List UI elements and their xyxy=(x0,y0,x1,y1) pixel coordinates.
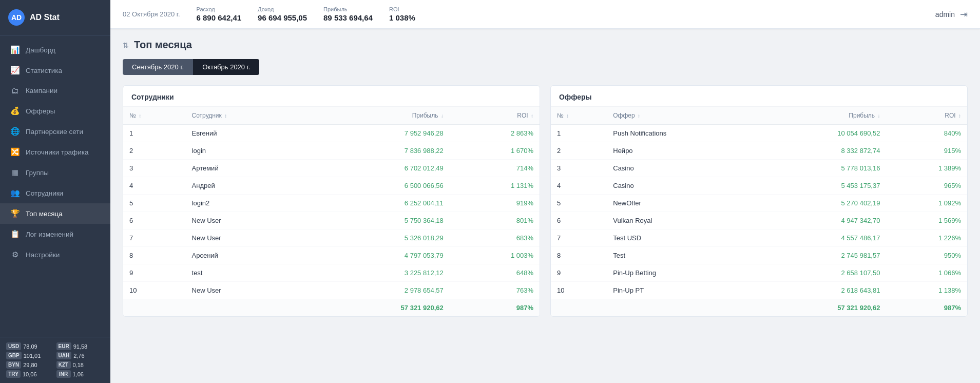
sidebar-item-label: Кампании xyxy=(26,87,57,94)
sidebar-item-label: Топ месяца xyxy=(26,210,63,218)
sidebar-title: AD Stat xyxy=(30,13,60,22)
log-icon: 📋 xyxy=(10,229,20,239)
sidebar-item-top[interactable]: 🏆Топ месяца xyxy=(0,203,110,224)
col-roi: ROI ↕ xyxy=(886,107,967,125)
table-row: 1 Push Notifications 10 054 690,52 840% xyxy=(551,125,967,142)
sort-icon: ⇅ xyxy=(123,41,129,49)
currency-usd: USD78,09 xyxy=(6,342,54,350)
page-header: ⇅ Топ месяца xyxy=(123,39,968,51)
sidebar: AD AD Stat 📊Дашборд📈Статистика🗂Кампании💰… xyxy=(0,0,110,383)
sidebar-item-label: Сотрудники xyxy=(26,189,63,197)
content-area: ⇅ Топ месяца Сентябрь 2020 г.Октябрь 202… xyxy=(110,29,980,383)
sidebar-item-employees[interactable]: 👥Сотрудники xyxy=(0,183,110,203)
sidebar-item-offers[interactable]: 💰Офферы xyxy=(0,101,110,121)
stat-доход: Доход96 694 955,05 xyxy=(258,6,307,22)
col-offer: Оффер ↕ xyxy=(607,107,759,125)
username: admin xyxy=(935,10,955,18)
table-row: 10 New User 2 978 654,57 763% xyxy=(123,282,540,299)
table-row: 3 Casino 5 778 013,16 1 389% xyxy=(551,160,967,177)
offers-card-title: Офферы xyxy=(551,86,967,107)
campaigns-icon: 🗂 xyxy=(10,86,20,95)
offers-card: Офферы № ↕ Оффер ↕ Прибыль ↓ ROI ↕ 1 Pus… xyxy=(550,85,968,317)
stat-прибыль: Прибыль89 533 694,64 xyxy=(323,6,373,22)
col-profit: Прибыль ↓ xyxy=(759,107,887,125)
main-content: 02 Октября 2020 г. Расход6 890 642,41Дох… xyxy=(110,0,980,383)
currency-try: TRY10,06 xyxy=(6,370,54,378)
table-row: 8 Test 2 745 981,57 950% xyxy=(551,247,967,264)
traffic-icon: 🔀 xyxy=(10,147,20,157)
col-profit: Прибыль ↓ xyxy=(308,107,450,125)
header: 02 Октября 2020 г. Расход6 890 642,41Дох… xyxy=(110,0,980,29)
employees-icon: 👥 xyxy=(10,188,20,198)
offers-table: № ↕ Оффер ↕ Прибыль ↓ ROI ↕ 1 Push Notif… xyxy=(551,107,967,316)
sidebar-item-log[interactable]: 📋Лог изменений xyxy=(0,224,110,244)
sidebar-item-groups[interactable]: ▦Группы xyxy=(0,162,110,183)
sidebar-logo: AD AD Stat xyxy=(0,0,110,35)
table-row: 3 Артемий 6 702 012,49 714% xyxy=(123,160,540,177)
dashboard-icon: 📊 xyxy=(10,45,20,54)
table-row: 2 login 7 836 988,22 1 670% xyxy=(123,142,540,160)
table-row: 7 New User 5 326 018,29 683% xyxy=(123,229,540,247)
table-row: 6 Vulkan Royal 4 947 342,70 1 569% xyxy=(551,212,967,229)
period-tabs: Сентябрь 2020 г.Октябрь 2020 г. xyxy=(123,59,968,75)
employees-total-row: 57 321 920,62 987% xyxy=(123,299,540,317)
sidebar-item-settings[interactable]: ⚙Настройки xyxy=(0,244,110,265)
period-tab-сентябрь-2020-г.[interactable]: Сентябрь 2020 г. xyxy=(123,59,193,75)
logo-icon: AD xyxy=(8,9,25,26)
col-roi: ROI ↕ xyxy=(450,107,540,125)
col-num: № ↕ xyxy=(551,107,607,125)
currency-gbp: GBP101,01 xyxy=(6,352,54,359)
sidebar-item-label: Статистика xyxy=(26,67,62,74)
table-row: 7 Test USD 4 557 486,17 1 226% xyxy=(551,229,967,247)
employees-card-title: Сотрудники xyxy=(123,86,540,107)
currency-byn: BYN29,80 xyxy=(6,361,54,369)
period-tab-октябрь-2020-г.[interactable]: Октябрь 2020 г. xyxy=(193,59,259,75)
table-row: 5 login2 6 252 004,11 919% xyxy=(123,195,540,212)
offers-total-row: 57 321 920,62 987% xyxy=(551,299,967,317)
sidebar-item-label: Настройки xyxy=(26,251,60,259)
offers-icon: 💰 xyxy=(10,106,20,116)
employees-card: Сотрудники № ↕ Сотрудник ↕ Прибыль ↓ ROI… xyxy=(123,85,540,317)
table-row: 9 test 3 225 812,12 648% xyxy=(123,264,540,282)
currency-eur: EUR91,58 xyxy=(56,342,105,350)
settings-icon: ⚙ xyxy=(10,250,20,259)
tables-row: Сотрудники № ↕ Сотрудник ↕ Прибыль ↓ ROI… xyxy=(123,85,968,317)
header-user: admin ⇥ xyxy=(935,9,968,20)
page-title: Топ месяца xyxy=(134,39,192,51)
sidebar-item-traffic[interactable]: 🔀Источники трафика xyxy=(0,142,110,162)
table-row: 5 NewOffer 5 270 402,19 1 092% xyxy=(551,195,967,212)
sidebar-item-label: Источники трафика xyxy=(26,148,88,156)
sidebar-item-label: Лог изменений xyxy=(26,231,73,238)
table-row: 8 Арсений 4 797 053,79 1 003% xyxy=(123,247,540,264)
sidebar-currencies: USD78,09EUR91,58GBP101,01UAH2,76BYN29,80… xyxy=(0,337,110,383)
header-date: 02 Октября 2020 г. xyxy=(123,10,180,18)
logout-icon[interactable]: ⇥ xyxy=(960,9,968,20)
sidebar-item-campaigns[interactable]: 🗂Кампании xyxy=(0,81,110,101)
statistics-icon: 📈 xyxy=(10,66,20,75)
table-row: 1 Евгений 7 952 946,28 2 863% xyxy=(123,125,540,142)
top-icon: 🏆 xyxy=(10,209,20,218)
sidebar-item-label: Дашборд xyxy=(26,46,55,54)
sidebar-item-statistics[interactable]: 📈Статистика xyxy=(0,60,110,81)
table-row: 9 Pin-Up Betting 2 658 107,50 1 066% xyxy=(551,264,967,282)
col-employee: Сотрудник ↕ xyxy=(186,107,308,125)
table-row: 2 Нейро 8 332 872,74 915% xyxy=(551,142,967,160)
col-num: № ↕ xyxy=(123,107,186,125)
sidebar-navigation: 📊Дашборд📈Статистика🗂Кампании💰Офферы🌐Парт… xyxy=(0,35,110,337)
networks-icon: 🌐 xyxy=(10,127,20,136)
groups-icon: ▦ xyxy=(10,168,20,177)
sidebar-item-label: Группы xyxy=(26,169,49,177)
currency-kzt: KZT0,18 xyxy=(56,361,105,369)
header-stats: Расход6 890 642,41Доход96 694 955,05Приб… xyxy=(197,6,415,22)
sidebar-item-label: Партнерские сети xyxy=(26,128,83,136)
employees-table: № ↕ Сотрудник ↕ Прибыль ↓ ROI ↕ 1 Евгени… xyxy=(123,107,540,316)
sidebar-item-dashboard[interactable]: 📊Дашборд xyxy=(0,40,110,60)
table-row: 4 Casino 5 453 175,37 965% xyxy=(551,177,967,195)
sidebar-item-label: Офферы xyxy=(26,107,55,115)
table-row: 6 New User 5 750 364,18 801% xyxy=(123,212,540,229)
currency-inr: INR1,06 xyxy=(56,370,105,378)
currency-uah: UAH2,76 xyxy=(56,352,105,359)
table-row: 10 Pin-Up PT 2 618 643,81 1 138% xyxy=(551,282,967,299)
sidebar-item-networks[interactable]: 🌐Партнерские сети xyxy=(0,121,110,142)
stat-roi: ROI1 038% xyxy=(389,6,415,22)
